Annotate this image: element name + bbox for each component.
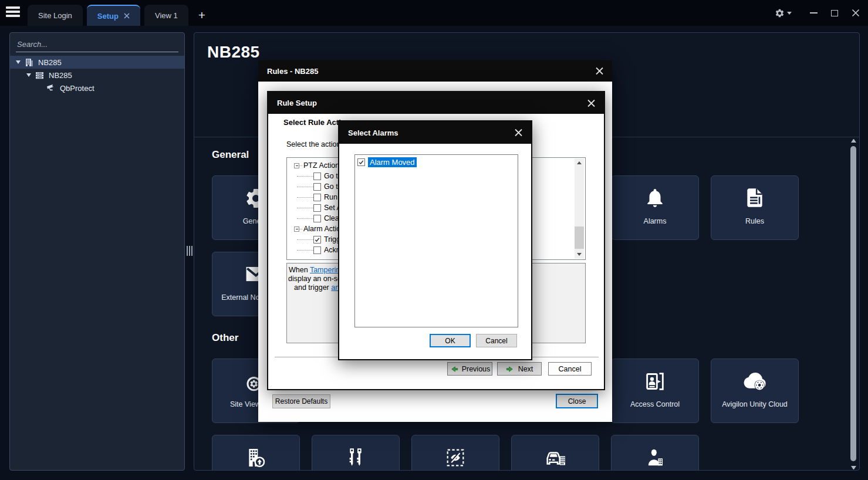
tree-item-camera-qbprotect[interactable]: QbProtect	[10, 82, 184, 94]
tile-label: Rules	[714, 217, 796, 225]
splitter-grip-icon	[187, 246, 192, 256]
checkbox-checked[interactable]	[313, 236, 321, 244]
rule-setup-titlebar: Rule Setup	[268, 92, 604, 114]
new-tab-button[interactable]: +	[192, 8, 211, 26]
tile-keys[interactable]	[312, 435, 400, 471]
scrollbar-thumb[interactable]	[575, 227, 584, 249]
next-button[interactable]: Next	[497, 362, 542, 376]
previous-button[interactable]: Previous	[447, 362, 492, 376]
tile-alarms[interactable]: Alarms	[611, 175, 699, 240]
button-label: Previous	[462, 365, 491, 373]
tree-item-label: NB285	[38, 58, 62, 67]
ok-button[interactable]: OK	[430, 334, 471, 347]
tile-label: Access Control	[614, 400, 696, 408]
close-icon[interactable]	[595, 67, 604, 76]
tree-item-site-nb285[interactable]: NB285	[10, 56, 184, 69]
main-scrollbar[interactable]	[850, 139, 857, 469]
tile-license-plates[interactable]	[511, 435, 599, 471]
alarm-label: Alarm Moved	[368, 157, 417, 167]
description-text: and trigger	[294, 283, 331, 292]
close-icon[interactable]	[514, 129, 523, 137]
rule-setup-instruction: Select the action	[286, 140, 340, 148]
arrow-right-green-icon	[506, 365, 515, 373]
minimize-button[interactable]	[805, 4, 822, 22]
tab-close-icon[interactable]	[124, 13, 130, 19]
tile-site-upgrade[interactable]	[212, 435, 300, 471]
section-title-other: Other	[212, 332, 238, 344]
tile-label: Avigilon Unity Cloud	[714, 400, 796, 408]
collapse-icon[interactable]	[294, 163, 299, 168]
page-title: NB285	[207, 43, 260, 62]
checkbox-unchecked[interactable]	[313, 194, 321, 201]
scroll-down-icon[interactable]	[577, 253, 582, 256]
tile-identity[interactable]	[611, 435, 699, 471]
access-control-icon	[612, 370, 698, 393]
section-title-general: General	[212, 149, 249, 161]
settings-menu-button[interactable]	[775, 8, 792, 18]
checkbox-unchecked[interactable]	[313, 215, 321, 222]
tile-privacy-mask[interactable]	[411, 435, 499, 471]
rule-setup-heading: Select Rule Actio	[283, 118, 346, 127]
tab-bar: Site Login Setup View 1 +	[28, 3, 211, 26]
dialog-title: Rules - NB285	[267, 67, 318, 76]
tree-item-label: QbProtect	[60, 84, 94, 93]
tile-label: Alarms	[614, 217, 696, 225]
tab-view-1[interactable]: View 1	[144, 5, 188, 26]
tree-item-label: NB285	[49, 71, 72, 80]
description-text: When	[289, 266, 310, 274]
close-window-button[interactable]	[847, 4, 864, 22]
checkbox-unchecked[interactable]	[313, 183, 321, 191]
cancel-button[interactable]: Cancel	[476, 334, 517, 347]
select-alarms-titlebar: Select Alarms	[339, 121, 531, 144]
checkbox-unchecked[interactable]	[313, 204, 321, 212]
camera-icon	[46, 84, 56, 93]
tab-label: Setup	[97, 12, 119, 21]
alarms-listbox[interactable]: Alarm Moved	[354, 154, 518, 327]
description-text: display an on-sc	[288, 275, 341, 283]
server-icon	[35, 71, 45, 80]
tab-label: Site Login	[38, 11, 72, 20]
checkbox-unchecked[interactable]	[313, 246, 321, 254]
privacy-mask-icon	[412, 446, 499, 469]
tab-site-login[interactable]: Site Login	[28, 5, 83, 26]
select-alarms-dialog: Select Alarms Alarm Moved OK Cancel	[338, 120, 532, 360]
maximize-button[interactable]	[826, 4, 843, 22]
tree-group-label: Alarm Actio	[303, 225, 340, 233]
tile-access-control[interactable]: Access Control	[611, 359, 699, 423]
close-icon[interactable]	[587, 99, 596, 107]
close-button[interactable]: Close	[556, 394, 598, 408]
window-controls	[775, 0, 868, 26]
sidebar-splitter[interactable]	[185, 32, 194, 471]
collapse-icon[interactable]	[294, 227, 299, 232]
hamburger-menu-icon[interactable]	[6, 6, 21, 19]
cancel-button[interactable]: Cancel	[548, 362, 592, 376]
site-icon	[25, 58, 34, 67]
tab-label: View 1	[155, 11, 178, 20]
tree-expand-caret-icon[interactable]	[26, 73, 31, 77]
tile-avigilon-unity-cloud[interactable]: Avigilon Unity Cloud	[711, 359, 799, 423]
dialog-title: Rule Setup	[277, 99, 317, 107]
restore-defaults-button[interactable]: Restore Defaults	[272, 394, 330, 408]
tab-setup[interactable]: Setup	[87, 5, 140, 26]
bell-icon	[612, 187, 698, 209]
cloud-gear-icon	[711, 370, 798, 393]
chevron-down-icon	[787, 12, 792, 15]
keys-icon	[312, 446, 399, 469]
vehicle-icon	[512, 446, 599, 469]
alarm-list-item[interactable]: Alarm Moved	[357, 157, 515, 168]
checkbox-checked[interactable]	[357, 158, 365, 166]
scroll-up-icon[interactable]	[851, 139, 856, 143]
scroll-up-icon[interactable]	[577, 161, 582, 164]
app-titlebar: Site Login Setup View 1 +	[0, 0, 868, 26]
tree-expand-caret-icon[interactable]	[16, 60, 21, 64]
site-tree-sidebar: NB285 NB285 QbProtect	[9, 32, 185, 471]
tree-item-server-nb285[interactable]: NB285	[10, 69, 184, 82]
gear-icon	[775, 8, 785, 18]
checkbox-unchecked[interactable]	[313, 173, 321, 180]
tile-rules[interactable]: Rules	[711, 175, 799, 240]
search-input[interactable]	[16, 38, 178, 52]
scrollbar-thumb[interactable]	[850, 146, 856, 461]
building-upgrade-icon	[212, 446, 299, 469]
listbox-scrollbar[interactable]	[575, 158, 584, 259]
scroll-down-icon[interactable]	[851, 466, 856, 469]
